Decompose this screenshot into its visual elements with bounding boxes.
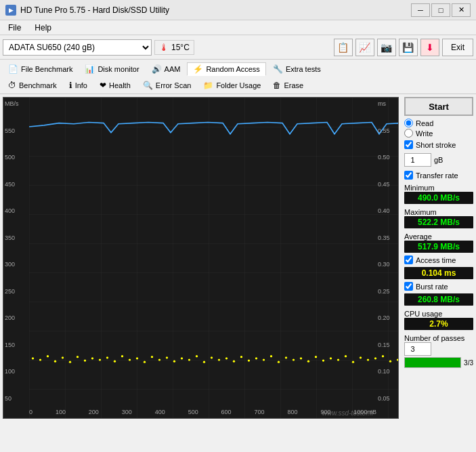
maximum-value: 522.2 MB/s [404,216,473,228]
y-tick-r-040: 0.40 [378,207,397,214]
svg-point-35 [285,356,287,358]
burst-rate-checkbox[interactable] [404,282,413,291]
tab-aam[interactable]: 🔊 AAM [146,63,186,75]
tab-extra-tests[interactable]: 🔧 Extra tests [267,63,326,75]
access-time-checkbox[interactable] [404,255,413,264]
close-button[interactable]: ✕ [452,3,471,17]
error-scan-icon: 🔍 [143,81,153,90]
camera-icon-btn[interactable]: 📷 [377,39,396,56]
tab-folder-usage-label: Folder Usage [216,81,261,89]
svg-point-1 [32,357,34,359]
menu-file[interactable]: File [3,22,26,34]
drive-select[interactable]: ADATA SU650 (240 gB) [3,39,152,56]
erase-icon: 🗑 [273,81,281,90]
tab-file-benchmark-label: File Benchmark [21,65,72,73]
toolbar-icons: 📋 📈 📷 💾 ⬇ Exit [334,39,473,56]
svg-point-10 [99,358,101,361]
svg-point-21 [181,357,183,359]
svg-point-36 [293,358,295,361]
tab-benchmark-label: Benchmark [19,81,57,89]
y-tick-350: 350 [5,234,28,241]
svg-point-6 [69,361,71,363]
tab-erase[interactable]: 🗑 Erase [267,79,309,91]
x-tick-700: 700 [255,409,265,415]
minimize-button[interactable]: ─ [411,3,430,17]
y-tick-r-025: 0.25 [378,288,397,295]
progress-row: 3/3 [404,357,473,368]
tab-health-label: Health [109,81,131,89]
svg-point-34 [278,361,280,363]
read-radio[interactable] [404,119,413,127]
tab-error-scan-label: Error Scan [156,81,192,89]
transfer-rate-label[interactable]: Transfer rate [404,171,473,180]
burst-rate-checkbox-label[interactable]: Burst rate [404,282,473,291]
tab-benchmark[interactable]: ⏱ Benchmark [3,79,62,91]
tab-error-scan[interactable]: 🔍 Error Scan [137,79,197,91]
y-tick-500: 500 [5,154,28,161]
short-stroke-label[interactable]: Short stroke [404,140,473,149]
svg-point-33 [270,355,272,357]
y-tick-r-055: 0.55 [378,127,397,134]
write-radio[interactable] [404,129,413,138]
y-tick-250: 250 [5,288,28,295]
svg-point-12 [114,361,116,363]
svg-point-13 [121,355,123,357]
passes-progress: 3/3 [464,359,473,367]
file-benchmark-icon: 📄 [8,64,18,74]
short-stroke-checkbox[interactable] [404,140,413,149]
y-axis-right: ms 0.55 0.50 0.45 0.40 0.35 0.30 0.25 0.… [376,98,398,405]
tab-file-benchmark[interactable]: 📄 File Benchmark [3,63,78,75]
maximum-label: Maximum [404,208,473,216]
folder-icon-btn[interactable]: 💾 [399,39,418,56]
svg-point-40 [322,359,324,361]
y-tick-550: 550 [5,127,28,134]
tab-aam-label: AAM [165,65,181,73]
graph-icon-btn[interactable]: 📈 [355,39,374,56]
maximize-button[interactable]: □ [431,3,450,17]
tab-folder-usage[interactable]: 📁 Folder Usage [198,79,266,91]
exit-button[interactable]: Exit [442,39,473,56]
y-tick-450: 450 [5,181,28,188]
thermometer-icon: 🌡 [159,42,169,53]
tab-health[interactable]: ❤ Health [94,79,136,91]
svg-point-28 [233,361,235,363]
y-tick-r-045: 0.45 [378,181,397,188]
write-radio-label[interactable]: Write [404,129,473,138]
svg-point-18 [158,358,160,361]
y-tick-r-030: 0.30 [378,261,397,268]
read-radio-label[interactable]: Read [404,119,473,127]
minimum-label: Minimum [404,184,473,192]
chart-svg [29,98,399,418]
svg-point-38 [307,361,309,363]
tab-disk-monitor[interactable]: 📊 Disk monitor [79,63,144,75]
tab-random-access[interactable]: ⚡ Random Access [187,62,265,76]
short-stroke-spinbox[interactable] [404,153,431,167]
titlebar: ▶ HD Tune Pro 5.75 - Hard Disk/SSD Utili… [0,0,476,20]
svg-point-8 [84,359,86,361]
svg-point-39 [315,356,317,358]
download-icon-btn[interactable]: ⬇ [420,39,439,56]
passes-spinbox[interactable] [404,342,431,356]
transfer-rate-checkbox[interactable] [404,171,413,180]
access-time-checkbox-label[interactable]: Access time [404,255,473,264]
average-label: Average [404,232,473,241]
tabs-row-1: 📄 File Benchmark 📊 Disk monitor 🔊 AAM ⚡ … [3,61,473,77]
start-button[interactable]: Start [404,97,473,116]
x-tick-100: 100 [56,409,66,415]
menu-help[interactable]: Help [29,22,57,34]
toolbar: ADATA SU650 (240 gB) 🌡 15°C 📋 📈 📷 💾 ⬇ Ex… [0,35,476,60]
read-write-group: Read Write [404,119,473,138]
tabs-area: 📄 File Benchmark 📊 Disk monitor 🔊 AAM ⚡ … [0,60,476,94]
y-tick-100: 100 [5,368,28,375]
tab-random-access-label: Random Access [206,65,259,73]
y-tick-150: 150 [5,342,28,348]
svg-point-44 [352,361,354,363]
svg-point-43 [345,355,347,357]
progress-bar-container [404,357,461,368]
tab-info[interactable]: ℹ Info [64,79,93,91]
tab-disk-monitor-label: Disk monitor [98,65,139,73]
titlebar-controls: ─ □ ✕ [411,3,471,17]
passes-label: Number of passes [404,334,473,342]
y-tick-r-010: 0.10 [378,368,397,375]
info-icon-btn[interactable]: 📋 [334,39,353,56]
